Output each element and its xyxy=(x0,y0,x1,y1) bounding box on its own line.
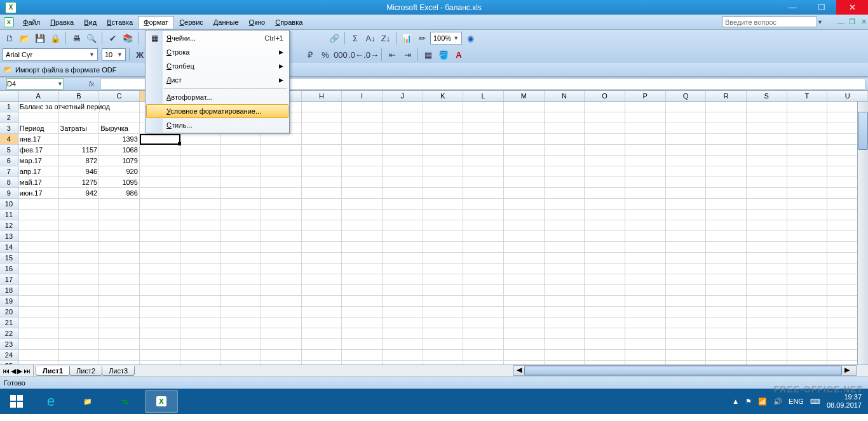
cell[interactable] xyxy=(180,220,221,231)
cell[interactable] xyxy=(59,253,100,264)
cell[interactable] xyxy=(545,339,585,350)
font-combo[interactable]: Arial Cyr▼ xyxy=(3,48,98,61)
cell[interactable] xyxy=(220,220,261,231)
menu-правка[interactable]: Правка xyxy=(45,16,79,29)
cell[interactable] xyxy=(180,242,221,253)
cell[interactable] xyxy=(180,264,221,274)
cell[interactable] xyxy=(383,274,423,285)
odf-import-label[interactable]: Импорт файла в формате ODF xyxy=(15,66,116,74)
menu-item[interactable]: Стиль... xyxy=(146,118,288,132)
cell[interactable] xyxy=(302,102,342,112)
cell[interactable] xyxy=(99,253,140,264)
cell[interactable] xyxy=(180,231,221,242)
cell[interactable] xyxy=(706,102,747,112)
cell[interactable]: апр.17 xyxy=(18,166,59,177)
sheet-tab[interactable]: Лист3 xyxy=(102,366,135,376)
open-icon[interactable]: 📂 xyxy=(18,31,32,45)
decrease-indent-icon[interactable]: ⇤ xyxy=(385,48,399,62)
cell[interactable] xyxy=(302,199,342,210)
cell[interactable]: 1095 xyxy=(99,177,140,188)
row-header[interactable]: 6 xyxy=(0,156,18,166)
cell[interactable] xyxy=(261,350,302,361)
cell[interactable] xyxy=(423,123,464,134)
cell[interactable] xyxy=(747,253,787,264)
cell[interactable] xyxy=(59,350,100,361)
cell[interactable] xyxy=(787,188,828,199)
cell[interactable] xyxy=(787,166,828,177)
cell[interactable] xyxy=(302,231,342,242)
column-header[interactable]: P xyxy=(625,91,666,101)
row-header[interactable]: 2 xyxy=(0,112,18,123)
cell[interactable] xyxy=(180,317,221,328)
cell[interactable] xyxy=(585,296,625,307)
cell[interactable] xyxy=(59,220,100,231)
cell[interactable] xyxy=(666,112,707,123)
increase-indent-icon[interactable]: ⇥ xyxy=(400,48,414,62)
cell[interactable] xyxy=(220,134,261,145)
cell[interactable] xyxy=(625,188,666,199)
cell[interactable] xyxy=(342,242,383,253)
column-header[interactable]: T xyxy=(787,91,828,101)
cell[interactable] xyxy=(625,220,666,231)
cell[interactable] xyxy=(261,166,302,177)
cell[interactable] xyxy=(504,296,545,307)
hyperlink-icon[interactable]: 🔗 xyxy=(327,31,341,45)
row-header[interactable]: 5 xyxy=(0,145,18,156)
cell[interactable] xyxy=(342,264,383,274)
cell[interactable] xyxy=(99,296,140,307)
drawing-icon[interactable]: ✏ xyxy=(415,31,429,45)
cell[interactable] xyxy=(302,134,342,145)
cell[interactable] xyxy=(423,145,464,156)
cell[interactable] xyxy=(180,134,221,145)
cell[interactable] xyxy=(220,285,261,296)
spellcheck-icon[interactable]: ✔ xyxy=(105,31,119,45)
cell[interactable] xyxy=(59,242,100,253)
tray-network-icon[interactable]: 📶 xyxy=(758,398,767,406)
cell[interactable] xyxy=(706,339,747,350)
cell[interactable] xyxy=(423,188,464,199)
cell[interactable] xyxy=(747,134,787,145)
cell[interactable] xyxy=(625,296,666,307)
cell[interactable] xyxy=(463,102,504,112)
cell[interactable] xyxy=(625,112,666,123)
cell[interactable] xyxy=(585,328,625,339)
cell[interactable] xyxy=(666,134,707,145)
cell[interactable] xyxy=(666,328,707,339)
cell[interactable] xyxy=(140,156,180,166)
cell[interactable] xyxy=(383,210,423,220)
cell[interactable] xyxy=(504,350,545,361)
cell[interactable] xyxy=(585,145,625,156)
cell[interactable] xyxy=(585,188,625,199)
cell[interactable] xyxy=(220,188,261,199)
autosum-icon[interactable]: Σ xyxy=(348,31,362,45)
row-header[interactable]: 21 xyxy=(0,317,18,328)
menu-формат[interactable]: Формат xyxy=(138,16,174,29)
cell[interactable] xyxy=(99,285,140,296)
cell[interactable] xyxy=(747,231,787,242)
cell[interactable] xyxy=(706,134,747,145)
cell[interactable] xyxy=(585,166,625,177)
cell[interactable] xyxy=(220,231,261,242)
cell[interactable] xyxy=(545,156,585,166)
cell[interactable] xyxy=(706,296,747,307)
cell[interactable] xyxy=(261,145,302,156)
cell[interactable]: Выручка xyxy=(99,123,140,134)
cell[interactable] xyxy=(140,339,180,350)
column-header[interactable]: S xyxy=(747,91,787,101)
cell[interactable] xyxy=(666,253,707,264)
menu-сервис[interactable]: Сервис xyxy=(174,16,208,29)
cell[interactable] xyxy=(383,253,423,264)
cell[interactable] xyxy=(545,350,585,361)
cell[interactable] xyxy=(463,328,504,339)
cell[interactable] xyxy=(463,317,504,328)
cell[interactable] xyxy=(625,231,666,242)
cell[interactable] xyxy=(220,350,261,361)
cell[interactable] xyxy=(99,274,140,285)
cell[interactable] xyxy=(463,350,504,361)
cell[interactable] xyxy=(787,285,828,296)
cell[interactable] xyxy=(342,145,383,156)
cell[interactable] xyxy=(463,210,504,220)
cell[interactable] xyxy=(625,242,666,253)
cell[interactable] xyxy=(585,307,625,317)
tray-keyboard-icon[interactable]: ⌨ xyxy=(810,398,820,406)
